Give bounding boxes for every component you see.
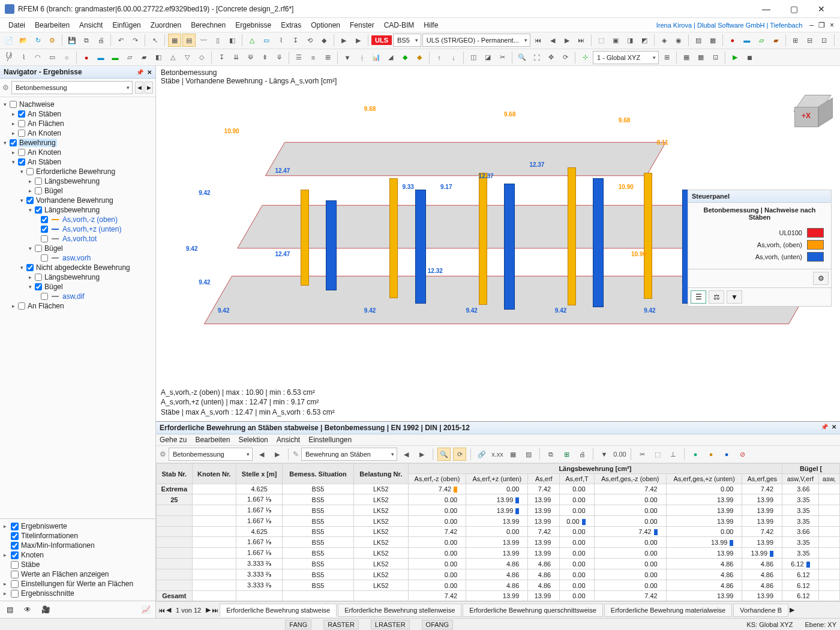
tree-anknoten2[interactable]: An Knoten — [26, 148, 62, 157]
panel-balance-icon[interactable]: ⚖ — [709, 290, 724, 304]
chk-asoben[interactable] — [41, 216, 48, 223]
graph-icon[interactable]: 〰 — [197, 34, 210, 47]
mdi-restore-icon[interactable]: ❐ — [816, 21, 827, 29]
menu-hilfe[interactable]: Hilfe — [419, 20, 443, 31]
pan-icon[interactable]: ✥ — [544, 51, 557, 64]
t6-icon[interactable]: ◧ — [152, 51, 165, 64]
tt-c2-icon[interactable]: ● — [704, 448, 718, 461]
line-icon[interactable]: ╱ — [2, 51, 16, 64]
uls-designsituation-combo[interactable]: ULS (STR/GEO) - Permanent... — [422, 34, 530, 47]
panel-settings-icon[interactable]: ⚙ — [813, 272, 829, 285]
tf2-next[interactable]: ▶ — [415, 448, 428, 461]
tmenu-ansicht[interactable]: Ansicht — [277, 436, 300, 444]
nav-camera-icon[interactable]: 🎥 — [38, 604, 53, 616]
support-icon[interactable]: △ — [245, 34, 259, 47]
grid2-icon[interactable]: ▤ — [182, 34, 196, 47]
persp-icon[interactable]: ◉ — [672, 34, 685, 47]
tt-sync-icon[interactable]: ⟳ — [453, 448, 466, 461]
cs2-icon[interactable]: ⊞ — [660, 51, 673, 64]
stop-icon[interactable]: ⏹ — [743, 51, 756, 64]
misc3-icon[interactable]: ⊡ — [818, 34, 831, 47]
desc-icon[interactable]: ↓ — [447, 51, 460, 64]
nav-eye-icon[interactable]: 👁 — [20, 604, 35, 616]
tt-excel-icon[interactable]: ⊞ — [560, 448, 573, 461]
chk-titel[interactable] — [11, 532, 19, 540]
table-pin-icon[interactable]: 📌 — [821, 424, 828, 432]
new-icon[interactable]: 📄 — [2, 34, 16, 47]
diag-icon[interactable]: ◢ — [384, 51, 397, 64]
tree-anflachen2[interactable]: An Flächen — [26, 302, 65, 310]
panel-list-icon[interactable]: ☰ — [691, 290, 706, 304]
gear-icon[interactable]: ⚙ — [46, 34, 59, 47]
chk-ergebnis[interactable] — [11, 523, 19, 530]
result-icon[interactable]: ◆ — [317, 34, 331, 47]
menu-fenster[interactable]: Fenster — [345, 20, 379, 31]
tab-stellenweise[interactable]: Erforderliche Bewehrung stellenweise — [338, 604, 461, 617]
results-grid[interactable]: Stab Nr.Knoten Nr.Stelle x [m]Bemess. Si… — [156, 463, 840, 601]
tree-nachweise[interactable]: Nachweise — [18, 100, 56, 109]
zoomfit-icon[interactable]: ⛶ — [530, 51, 543, 64]
tree-bewehrung[interactable]: Bewehrung — [18, 139, 57, 147]
view2-icon[interactable]: ▣ — [609, 34, 622, 47]
tt-t1-icon[interactable]: ⊥ — [667, 448, 680, 461]
tree-anknoten1[interactable]: An Knoten — [26, 129, 62, 137]
menu-datei[interactable]: Datei — [4, 20, 30, 31]
view4-icon[interactable]: ◩ — [638, 34, 651, 47]
tab-scroll-icon[interactable]: ▶ — [790, 606, 794, 614]
nav-results-icon[interactable]: 📈 — [139, 604, 153, 616]
tree-asw[interactable]: asw,vorh — [61, 254, 92, 262]
t13-icon[interactable]: ⇟ — [258, 51, 271, 64]
tt-c1-icon[interactable]: ● — [689, 448, 702, 461]
next-icon[interactable]: ▶ — [560, 34, 574, 47]
chk-anknoten1[interactable] — [18, 130, 25, 137]
misc4-icon[interactable]: ▦ — [680, 51, 693, 64]
t4-icon[interactable]: ▱ — [123, 51, 136, 64]
first-icon[interactable]: ⏮ — [532, 34, 545, 47]
menu-extras[interactable]: Extras — [276, 20, 306, 31]
calc2-icon[interactable]: ▶ — [352, 34, 365, 47]
chk-vorh[interactable] — [26, 197, 34, 204]
solid-icon[interactable]: ▩ — [706, 34, 719, 47]
undo-icon[interactable]: ↶ — [114, 34, 127, 47]
menu-berechnen[interactable]: Berechnen — [186, 20, 230, 31]
chk-nicht[interactable] — [26, 264, 34, 271]
chk-erf[interactable] — [26, 168, 34, 175]
chk-bugel2[interactable] — [35, 245, 42, 252]
t9-icon[interactable]: ◇ — [195, 51, 208, 64]
calc-icon[interactable]: ▶ — [337, 34, 350, 47]
color2-icon[interactable]: ◆ — [413, 51, 426, 64]
tt-c3-icon[interactable]: ● — [720, 448, 733, 461]
sect2-icon[interactable]: ◪ — [481, 51, 494, 64]
tree-anstaben1[interactable]: An Stäben — [26, 110, 62, 118]
tt-sel-icon[interactable]: ⬚ — [651, 448, 664, 461]
tf1-prev[interactable]: ◀ — [255, 448, 268, 461]
tab-material[interactable]: Erforderliche Bewehrung materialweise — [604, 604, 732, 617]
mdi-minimize-icon[interactable]: – — [807, 21, 816, 29]
nav-data-icon[interactable]: ▤ — [2, 604, 17, 616]
t7-icon[interactable]: △ — [166, 51, 179, 64]
tf2-prev[interactable]: ◀ — [400, 448, 413, 461]
misc1-icon[interactable]: ⊞ — [789, 34, 802, 47]
table-close-icon[interactable]: ✕ — [832, 424, 836, 432]
refresh-icon[interactable]: ↻ — [31, 34, 44, 47]
model-viewport[interactable]: 9.68 9.68 9.68 10.90 9.42 9.42 9.42 9.42… — [156, 88, 840, 421]
table-filter2-combo[interactable]: Bewehrung an Stäben — [301, 448, 397, 461]
asc-icon[interactable]: ↑ — [433, 51, 446, 64]
t2-icon[interactable]: ▬ — [94, 51, 107, 64]
tree-anflachen1[interactable]: An Flächen — [26, 119, 65, 128]
open-icon[interactable]: 📂 — [17, 34, 30, 47]
table-filter1-combo[interactable]: Betonbemessung — [169, 448, 253, 461]
page-prev-icon[interactable]: ◀ — [166, 606, 171, 614]
measure-icon[interactable]: ⟊ — [355, 51, 368, 64]
navigator-close-icon[interactable]: ✕ — [147, 69, 152, 76]
chk-anflachen2[interactable] — [18, 302, 25, 310]
surface-icon[interactable]: ▱ — [755, 34, 768, 47]
chk-einst[interactable] — [11, 580, 19, 588]
maximize-button[interactable]: ▢ — [780, 0, 808, 18]
panel-filter-icon[interactable]: ▼ — [727, 290, 742, 304]
circle-icon[interactable]: ○ — [60, 51, 73, 64]
navigator-filter-combo[interactable]: Betonbemessung — [11, 81, 133, 94]
tab-querschnitt[interactable]: Erforderliche Bewehrung querschnittsweis… — [463, 604, 603, 617]
node-icon[interactable]: ● — [726, 34, 739, 47]
menu-ansicht[interactable]: Ansicht — [74, 20, 107, 31]
